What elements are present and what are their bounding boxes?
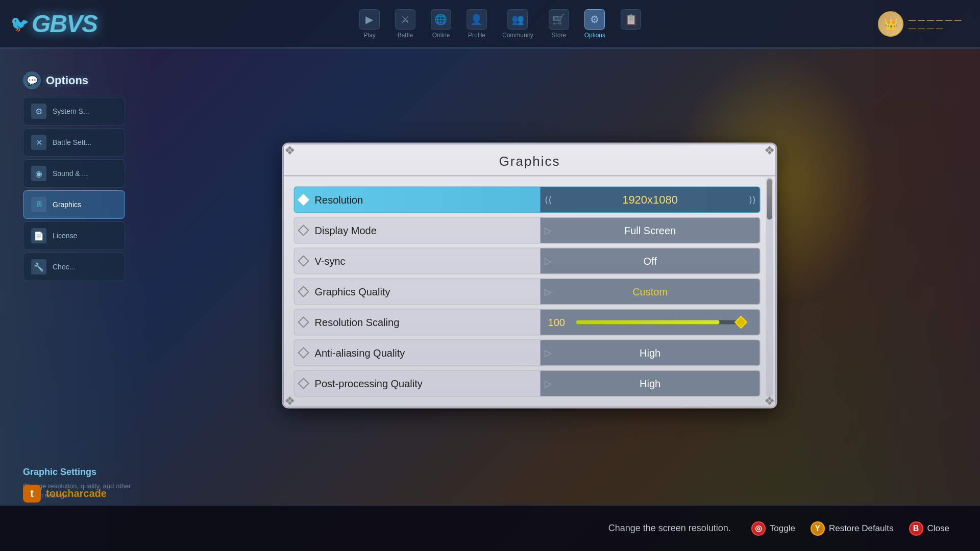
close-btn-icon[interactable]: B — [909, 521, 923, 536]
arrow-left-aa-quality: ▷ — [545, 347, 552, 359]
nav-item-community[interactable]: 👥 Community — [502, 9, 533, 39]
toucharcade-label: toucharcade — [46, 488, 107, 499]
setting-value-area-graphics-quality: ▷ Custom — [541, 279, 760, 305]
setting-value-area-res-scaling: 100 — [541, 310, 760, 335]
setting-row-aa-quality[interactable]: Anti-aliasing Quality ▷ High — [294, 340, 761, 366]
nav-play-label: Play — [363, 32, 375, 39]
sidebar-bottom-title: Graphic Settings — [23, 467, 135, 478]
setting-row-display-mode[interactable]: Display Mode ▷ Full Screen — [294, 217, 761, 244]
nav-options-icon: ⚙ — [584, 9, 605, 30]
setting-row-pp-quality[interactable]: Post-processing Quality ▷ High — [294, 370, 761, 397]
setting-value-resolution: 980x551 — [622, 193, 678, 207]
setting-label-vsync: V-sync — [312, 255, 541, 267]
nav-battle-label: Battle — [398, 32, 413, 39]
nav-community-icon: 👥 — [507, 9, 528, 30]
nav-item-play[interactable]: ▶ Play — [359, 9, 380, 39]
diamond-icon-graphics-quality — [298, 286, 309, 297]
sidebar-check-label: Chec... — [53, 263, 75, 271]
toggle-btn-icon[interactable]: ◎ — [751, 521, 766, 536]
sidebar-system-icon: ⚙ — [31, 104, 46, 119]
setting-value-vsync: Off — [643, 255, 656, 267]
sidebar: 💬 Options ⚙ System S... ✕ Battle Sett...… — [23, 71, 125, 281]
sidebar-item-check[interactable]: 🔧 Chec... — [23, 253, 125, 281]
sidebar-item-graphics[interactable]: 🖥 Graphics — [23, 190, 125, 219]
setting-row-res-scaling[interactable]: Resolution Scaling 100 — [294, 309, 761, 336]
nav-item-profile[interactable]: 👤 Profile — [467, 9, 487, 39]
bottom-hint: Change the screen resolution. — [608, 523, 731, 534]
dialog-corner-bl: ❖ — [280, 391, 300, 411]
setting-row-graphics-quality[interactable]: Graphics Quality ▷ Custom — [294, 279, 761, 305]
setting-row-resolution[interactable]: Resolution ⟨⟨ 980x551 ⟩⟩ — [294, 187, 761, 213]
logo-bird-icon: 🐦 — [10, 15, 29, 33]
nav-item-battle[interactable]: ⚔ Battle — [395, 9, 415, 39]
nav-items: ▶ Play ⚔ Battle 🌐 Online 👤 Profile 👥 Com… — [122, 9, 878, 39]
setting-value-area-resolution: ⟨⟨ 980x551 ⟩⟩ — [541, 187, 760, 213]
setting-value-pp-quality: High — [640, 378, 660, 389]
bottom-controls: ◎ Toggle Y Restore Defaults B Close — [751, 521, 949, 536]
diamond-icon-aa-quality — [298, 347, 309, 359]
nav-online-icon: 🌐 — [431, 9, 451, 30]
nav-options-label: Options — [584, 32, 605, 39]
sidebar-title-icon: 💬 — [23, 71, 41, 89]
setting-value-aa-quality: High — [640, 347, 660, 359]
setting-value-display-mode: Full Screen — [624, 224, 676, 236]
nav-online-label: Online — [432, 32, 450, 39]
arrow-right-resolution: ⟩⟩ — [749, 194, 756, 206]
toucharcade-icon: t — [23, 485, 41, 503]
diamond-icon-resolution — [298, 194, 309, 206]
sidebar-sound-label: Sound & ... — [53, 169, 88, 178]
sidebar-graphics-label: Graphics — [53, 201, 81, 209]
diamond-icon-vsync — [298, 255, 309, 267]
setting-label-display-mode: Display Mode — [312, 224, 541, 236]
sidebar-item-system[interactable]: ⚙ System S... — [23, 97, 125, 126]
slider-track-res-scaling[interactable] — [576, 320, 745, 324]
setting-label-res-scaling: Resolution Scaling — [312, 316, 541, 328]
arrow-left-vsync: ▷ — [545, 256, 552, 267]
control-restore: Y Restore Defaults — [811, 521, 894, 536]
nav-profile-icon: 👤 — [467, 9, 487, 30]
sidebar-check-icon: 🔧 — [31, 259, 46, 274]
sidebar-item-battle[interactable]: ✕ Battle Sett... — [23, 128, 125, 157]
nav-store-icon: 🛒 — [549, 9, 569, 30]
setting-row-vsync[interactable]: V-sync ▷ Off — [294, 248, 761, 274]
nav-avatar-icon: 👑 — [878, 11, 903, 37]
bottom-bar: Change the screen resolution. ◎ Toggle Y… — [0, 505, 980, 551]
setting-label-resolution: Resolution — [312, 194, 541, 206]
nav-item-options[interactable]: ⚙ Options — [584, 9, 605, 39]
arrow-left-display-mode: ▷ — [545, 225, 552, 236]
row-indicator-resolution — [295, 187, 312, 213]
nav-store-label: Store — [551, 32, 566, 39]
nav-item-extra[interactable]: 📋 — [621, 9, 641, 39]
nav-battle-icon: ⚔ — [395, 9, 415, 30]
row-indicator-graphics-quality — [295, 279, 312, 305]
sidebar-battle-label: Battle Sett... — [53, 138, 91, 146]
sidebar-item-sound[interactable]: ◉ Sound & ... — [23, 159, 125, 188]
sidebar-graphics-icon: 🖥 — [31, 197, 46, 212]
logo: 🐦 GBVS — [10, 6, 102, 42]
setting-label-graphics-quality: Graphics Quality — [312, 286, 541, 297]
restore-btn-icon[interactable]: Y — [811, 521, 825, 536]
top-bar: 🐦 GBVS ▶ Play ⚔ Battle 🌐 Online 👤 Profil… — [0, 0, 980, 48]
setting-value-area-pp-quality: ▷ High — [541, 371, 760, 396]
setting-value-area-vsync: ▷ Off — [541, 248, 760, 274]
nav-extra-icon: 📋 — [621, 9, 641, 30]
diamond-icon-pp-quality — [298, 378, 309, 389]
control-close: B Close — [909, 521, 949, 536]
nav-profile-name: — — — — — — — — — — — [909, 16, 970, 32]
dialog-scrollbar[interactable] — [766, 178, 773, 397]
diamond-icon-res-scaling — [298, 316, 309, 328]
dialog-scroll-handle — [767, 179, 772, 220]
row-indicator-aa-quality — [295, 340, 312, 366]
nav-item-store[interactable]: 🛒 Store — [549, 9, 569, 39]
slider-container: 100 — [541, 316, 760, 328]
sidebar-title-text: Options — [46, 74, 88, 87]
nav-item-online[interactable]: 🌐 Online — [431, 9, 451, 39]
setting-value-graphics-quality: Custom — [632, 286, 668, 297]
sidebar-title: 💬 Options — [23, 71, 125, 89]
restore-label: Restore Defaults — [829, 523, 894, 534]
close-label: Close — [927, 523, 949, 534]
sidebar-item-license[interactable]: 📄 License — [23, 221, 125, 250]
diamond-icon-display-mode — [298, 224, 309, 236]
row-indicator-display-mode — [295, 218, 312, 243]
dialog-content: Resolution ⟨⟨ 980x551 ⟩⟩ Display Mode … — [284, 177, 776, 407]
